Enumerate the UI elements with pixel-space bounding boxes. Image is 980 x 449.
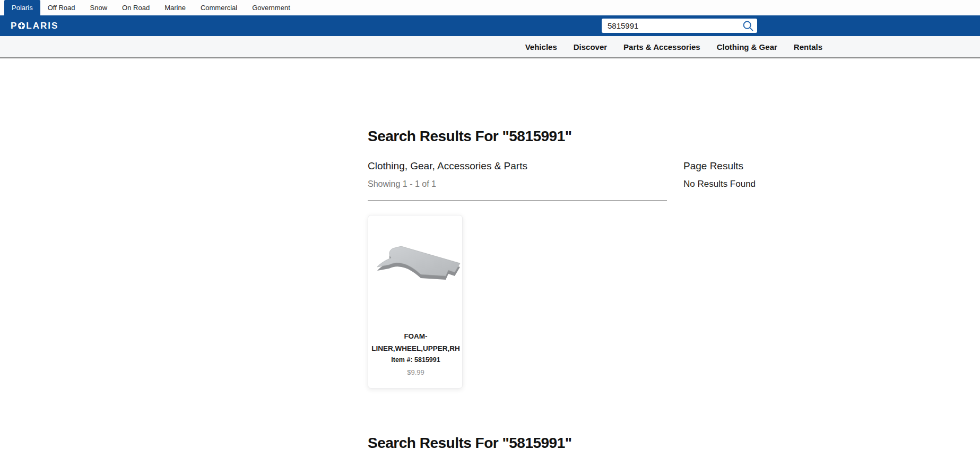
product-price: $9.99	[368, 368, 463, 376]
search-submit-button[interactable]	[742, 20, 754, 32]
tab-on-road[interactable]: On Road	[115, 0, 157, 15]
nav-item-clothing-gear[interactable]: Clothing & Gear	[717, 42, 777, 51]
nav-item-vehicles[interactable]: Vehicles	[525, 42, 557, 51]
showing-count-label: Showing 1 - 1 of 1	[368, 179, 436, 189]
tab-marine[interactable]: Marine	[157, 0, 193, 15]
logo-text-prefix: P	[11, 21, 18, 31]
product-card[interactable]: FOAM-LINER,WHEEL,UPPER,RH Item #: 581599…	[368, 215, 463, 388]
tab-snow[interactable]: Snow	[83, 0, 115, 15]
site-tab-strip: Polaris Off Road Snow On Road Marine Com…	[0, 0, 980, 15]
search-icon	[742, 20, 754, 32]
search-results-page: Search Results For "5815991" Clothing, G…	[0, 58, 980, 448]
nav-item-parts-accessories[interactable]: Parts & Accessories	[623, 42, 700, 51]
product-image-foam-liner	[371, 243, 461, 293]
tab-polaris[interactable]: Polaris	[4, 0, 40, 15]
product-title: FOAM-LINER,WHEEL,UPPER,RH	[365, 330, 466, 355]
page-results-title: Page Results	[683, 160, 743, 172]
search-box	[602, 19, 757, 33]
section-divider	[368, 200, 667, 201]
products-section-title: Clothing, Gear, Accessories & Parts	[368, 160, 527, 172]
main-header: P LARIS	[0, 15, 980, 36]
product-item-number: Item #: 5815991	[368, 356, 463, 364]
polaris-star-icon	[18, 22, 25, 30]
tab-off-road[interactable]: Off Road	[40, 0, 83, 15]
search-results-heading: Search Results For "5815991"	[368, 128, 572, 145]
polaris-logo[interactable]: P LARIS	[11, 21, 58, 31]
tab-government[interactable]: Government	[245, 0, 298, 15]
primary-nav: Vehicles Discover Parts & Accessories Cl…	[0, 36, 980, 58]
nav-item-rentals[interactable]: Rentals	[794, 42, 822, 51]
tab-commercial[interactable]: Commercial	[193, 0, 245, 15]
nav-item-discover[interactable]: Discover	[574, 42, 607, 51]
search-results-heading-secondary: Search Results For "5815991"	[368, 435, 572, 449]
logo-text-suffix: LARIS	[26, 21, 58, 31]
page-results-status: No Results Found	[683, 179, 756, 189]
search-input[interactable]	[602, 19, 757, 33]
